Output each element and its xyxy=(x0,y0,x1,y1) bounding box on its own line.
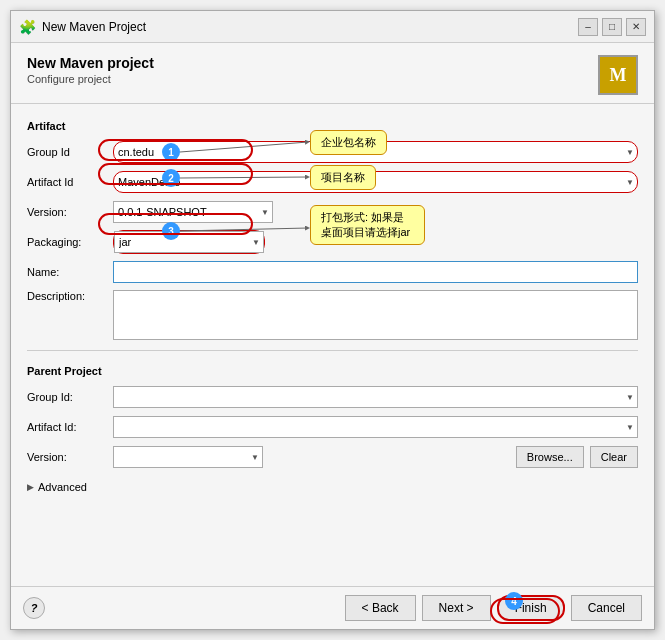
help-button[interactable]: ? xyxy=(23,597,45,619)
artifact-section-label: Artifact xyxy=(27,120,638,132)
dialog-subtitle: Configure project xyxy=(27,73,154,85)
parent-version-select-wrapper[interactable]: ▼ xyxy=(113,446,263,468)
dialog-window: 🧩 New Maven Project – □ ✕ New Maven proj… xyxy=(10,10,655,630)
maven-letter: M xyxy=(610,65,627,86)
maximize-button[interactable]: □ xyxy=(602,18,622,36)
artifact-id-row: Artifact Id ▼ xyxy=(27,170,638,194)
close-button[interactable]: ✕ xyxy=(626,18,646,36)
version-select[interactable]: 0.0.1-SNAPSHOT xyxy=(113,201,273,223)
parent-artifact-id-label: Artifact Id: xyxy=(27,421,107,433)
dialog-content: Artifact Group Id ▼ Artifact Id ▼ Versio… xyxy=(11,104,654,586)
dialog-header: New Maven project Configure project M xyxy=(11,43,654,104)
packaging-select-wrapper[interactable]: jar war pom ▼ xyxy=(113,230,265,254)
description-row: Description: xyxy=(27,290,638,340)
description-label: Description: xyxy=(27,290,107,302)
dialog-title: New Maven project xyxy=(27,55,154,71)
title-bar: 🧩 New Maven Project – □ ✕ xyxy=(11,11,654,43)
packaging-select[interactable]: jar war pom xyxy=(114,231,264,253)
advanced-expand-icon: ▶ xyxy=(27,482,34,492)
parent-version-label: Version: xyxy=(27,451,107,463)
clear-button[interactable]: Clear xyxy=(590,446,638,468)
parent-group-id-input[interactable] xyxy=(113,386,638,408)
artifact-id-input[interactable] xyxy=(113,171,638,193)
minimize-button[interactable]: – xyxy=(578,18,598,36)
advanced-row[interactable]: ▶ Advanced xyxy=(27,481,638,493)
parent-version-select[interactable] xyxy=(113,446,263,468)
browse-button[interactable]: Browse... xyxy=(516,446,584,468)
window-title: New Maven Project xyxy=(42,20,146,34)
artifact-id-label: Artifact Id xyxy=(27,176,107,188)
cancel-button[interactable]: Cancel xyxy=(571,595,642,621)
back-button[interactable]: < Back xyxy=(345,595,416,621)
version-label: Version: xyxy=(27,206,107,218)
parent-artifact-id-input[interactable] xyxy=(113,416,638,438)
title-bar-controls: – □ ✕ xyxy=(578,18,646,36)
footer-left: ? xyxy=(23,597,45,619)
finish-button[interactable]: Finish xyxy=(497,595,565,621)
next-button[interactable]: Next > xyxy=(422,595,491,621)
advanced-label: Advanced xyxy=(38,481,87,493)
group-id-label: Group Id xyxy=(27,146,107,158)
name-label: Name: xyxy=(27,266,107,278)
artifact-id-select-wrapper[interactable]: ▼ xyxy=(113,171,638,193)
name-row: Name: xyxy=(27,260,638,284)
group-id-row: Group Id ▼ xyxy=(27,140,638,164)
group-id-select-wrapper[interactable]: ▼ xyxy=(113,141,638,163)
dialog-footer: ? < Back Next > Finish Cancel xyxy=(11,586,654,629)
description-input[interactable] xyxy=(113,290,638,340)
title-bar-left: 🧩 New Maven Project xyxy=(19,19,146,35)
name-input[interactable] xyxy=(113,261,638,283)
packaging-row: Packaging: jar war pom ▼ xyxy=(27,230,638,254)
footer-right: < Back Next > Finish Cancel xyxy=(345,595,642,621)
parent-group-id-row: Group Id: ▼ xyxy=(27,385,638,409)
version-select-wrapper[interactable]: 0.0.1-SNAPSHOT ▼ xyxy=(113,201,273,223)
group-id-input[interactable] xyxy=(113,141,638,163)
maven-icon: M xyxy=(598,55,638,95)
window-icon: 🧩 xyxy=(19,19,36,35)
version-row: Version: 0.0.1-SNAPSHOT ▼ xyxy=(27,200,638,224)
parent-version-row: Version: ▼ Browse... Clear xyxy=(27,445,638,469)
separator-1 xyxy=(27,350,638,351)
parent-artifact-id-select-wrapper[interactable]: ▼ xyxy=(113,416,638,438)
dialog-header-left: New Maven project Configure project xyxy=(27,55,154,85)
parent-artifact-id-row: Artifact Id: ▼ xyxy=(27,415,638,439)
packaging-label: Packaging: xyxy=(27,236,107,248)
parent-group-id-select-wrapper[interactable]: ▼ xyxy=(113,386,638,408)
parent-group-id-label: Group Id: xyxy=(27,391,107,403)
parent-project-label: Parent Project xyxy=(27,365,638,377)
